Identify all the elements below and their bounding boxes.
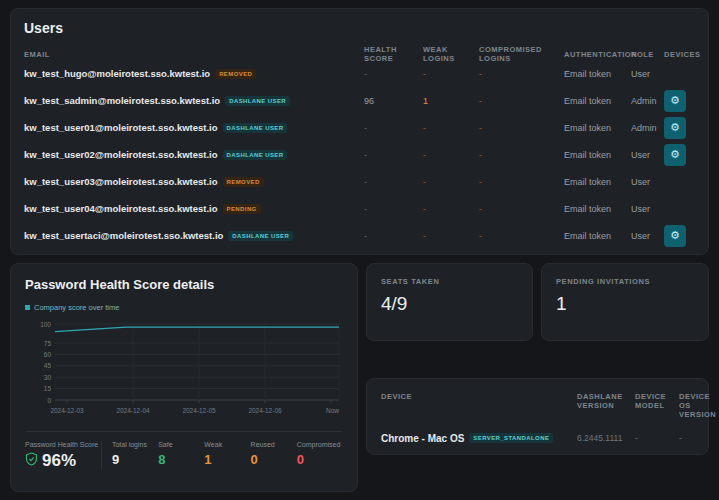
x-tick-label: Now (326, 407, 339, 414)
stat-label: Password Health Score (25, 441, 89, 448)
devices-cell: ⚙ (664, 144, 710, 166)
user-status-badge: DASHLANE USER (223, 150, 288, 160)
user-email-cell: kw_test_user04@moleirotest.sso.kwtest.io… (24, 203, 364, 214)
devices-panel: DEVICE DASHLANE VERSION DEVICE MODEL DEV… (366, 378, 709, 455)
device-settings-button[interactable]: ⚙ (664, 90, 686, 112)
stat-vertical-divider (101, 441, 102, 469)
table-row[interactable]: kw_test_user01@moleirotest.sso.kwtest.io… (24, 114, 695, 141)
table-row[interactable]: kw_test_hugo@moleirotest.sso.kwtest.ioRE… (24, 60, 695, 87)
stat-reused: Reused0 (251, 441, 297, 468)
authentication-cell: Email token (564, 123, 631, 133)
health-score-cell: - (364, 69, 423, 79)
authentication-cell: Email token (564, 231, 631, 241)
users-table-header: EMAIL HEALTH SCORE WEAK LOGINS COMPROMIS… (24, 45, 695, 60)
stat-safe: Safe8 (158, 441, 204, 468)
stat-value: 0 (297, 452, 343, 468)
y-tick-label: 100 (40, 321, 51, 328)
x-tick-label: 2024-12-03 (50, 407, 84, 414)
pending-invitations-card: PENDING INVITATIONS 1 (541, 263, 709, 341)
column-header-dashlane-version: DASHLANE VERSION (577, 392, 629, 410)
legend-label: Company score over time (34, 303, 119, 312)
devices-cell: ⚙ (664, 117, 710, 139)
line-chart-svg: 015304560751002024-12-032024-12-042024-1… (25, 316, 345, 424)
user-status-badge: DASHLANE USER (228, 231, 293, 241)
y-tick-label: 45 (44, 362, 52, 369)
user-email-cell: kw_test_user02@moleirotest.sso.kwtest.io… (24, 149, 364, 160)
dashlane-version-cell: 6.2445.1111 (577, 433, 629, 443)
device-name: Chrome - Mac OS (381, 433, 464, 444)
authentication-cell: Email token (564, 177, 631, 187)
y-tick-label: 15 (44, 385, 52, 392)
user-email-cell: kw_test_user03@moleirotest.sso.kwtest.io… (24, 176, 364, 187)
y-tick-label: 0 (47, 397, 51, 404)
stat-weak: Weak1 (204, 441, 250, 468)
stat-password-health-score: Password Health Score96% (25, 441, 89, 469)
device-name-cell: Chrome - Mac OSSERVER_STANDALONE (381, 433, 571, 444)
company-score-line (55, 327, 339, 332)
x-tick-label: 2024-12-04 (116, 407, 150, 414)
user-status-badge: DASHLANE USER (223, 123, 288, 133)
table-row[interactable]: kw_test_sadmin@moleirotest.sso.kwtest.io… (24, 87, 695, 114)
column-header-role: ROLE (631, 50, 664, 59)
stat-value: 1 (204, 452, 250, 468)
user-email: kw_test_hugo@moleirotest.sso.kwtest.io (24, 68, 210, 79)
column-header-health-score: HEALTH SCORE (364, 45, 423, 63)
user-email-cell: kw_test_usertaci@moleirotest.sso.kwtest.… (24, 230, 364, 241)
stat-label: Reused (251, 441, 297, 448)
authentication-cell: Email token (564, 96, 631, 106)
weak-logins-cell: - (423, 177, 479, 187)
role-cell: User (631, 231, 664, 241)
device-settings-button[interactable]: ⚙ (664, 117, 686, 139)
seats-taken-label: SEATS TAKEN (381, 277, 518, 286)
role-cell: User (631, 177, 664, 187)
table-row[interactable]: kw_test_user04@moleirotest.sso.kwtest.io… (24, 195, 695, 222)
users-panel-title: Users (24, 20, 695, 36)
health-score-cell: - (364, 123, 423, 133)
column-header-device-os-version: DEVICE OS VERSION (679, 392, 714, 419)
column-header-authentication: AUTHENTICATION (564, 50, 631, 59)
user-email: kw_test_usertaci@moleirotest.sso.kwtest.… (24, 230, 223, 241)
user-status-badge: REMOVED (223, 177, 264, 187)
stat-value: 8 (158, 452, 204, 468)
user-status-badge: PENDING (223, 204, 261, 214)
table-row[interactable]: kw_test_user03@moleirotest.sso.kwtest.io… (24, 168, 695, 195)
column-header-email: EMAIL (24, 50, 364, 59)
authentication-cell: Email token (564, 150, 631, 160)
table-row[interactable]: kw_test_usertaci@moleirotest.sso.kwtest.… (24, 222, 695, 249)
user-email: kw_test_user01@moleirotest.sso.kwtest.io (24, 122, 218, 133)
user-status-badge: REMOVED (215, 69, 256, 79)
compromised-logins-cell: - (479, 231, 564, 241)
weak-logins-cell: - (423, 150, 479, 160)
gear-icon: ⚙ (670, 149, 680, 160)
compromised-logins-cell: - (479, 204, 564, 214)
table-row[interactable]: kw_test_user02@moleirotest.sso.kwtest.io… (24, 141, 695, 168)
device-type-badge: SERVER_STANDALONE (469, 433, 553, 443)
device-settings-button[interactable]: ⚙ (664, 225, 686, 247)
x-tick-label: 2024-12-06 (248, 407, 282, 414)
y-tick-label: 75 (44, 340, 52, 347)
compromised-logins-cell: - (479, 150, 564, 160)
devices-table-body: Chrome - Mac OSSERVER_STANDALONE6.2445.1… (381, 429, 694, 447)
seats-taken-card: SEATS TAKEN 4/9 (366, 263, 533, 341)
stat-value: 96% (25, 452, 89, 469)
weak-logins-cell: - (423, 123, 479, 133)
user-email-cell: kw_test_sadmin@moleirotest.sso.kwtest.io… (24, 95, 364, 106)
stat-compromised: Compromised0 (297, 441, 343, 468)
role-cell: User (631, 69, 664, 79)
x-tick-label: 2024-12-05 (182, 407, 216, 414)
pending-invitations-label: PENDING INVITATIONS (556, 277, 694, 286)
user-email: kw_test_sadmin@moleirotest.sso.kwtest.io (24, 95, 220, 106)
user-email-cell: kw_test_hugo@moleirotest.sso.kwtest.ioRE… (24, 68, 364, 79)
users-table-body: kw_test_hugo@moleirotest.sso.kwtest.ioRE… (24, 60, 695, 249)
chart-legend-item[interactable]: Company score over time (25, 303, 343, 312)
device-settings-button[interactable]: ⚙ (664, 144, 686, 166)
device-os-version-cell: - (679, 433, 714, 443)
table-row: Chrome - Mac OSSERVER_STANDALONE6.2445.1… (381, 429, 694, 447)
stat-value: 9 (112, 452, 158, 468)
gear-icon: ⚙ (670, 122, 680, 133)
column-header-device-model: DEVICE MODEL (635, 392, 673, 410)
authentication-cell: Email token (564, 204, 631, 214)
weak-logins-cell: 1 (423, 96, 479, 106)
devices-table-header: DEVICE DASHLANE VERSION DEVICE MODEL DEV… (381, 392, 694, 419)
health-stats-row: Password Health Score96%Total logins9Saf… (25, 441, 343, 469)
